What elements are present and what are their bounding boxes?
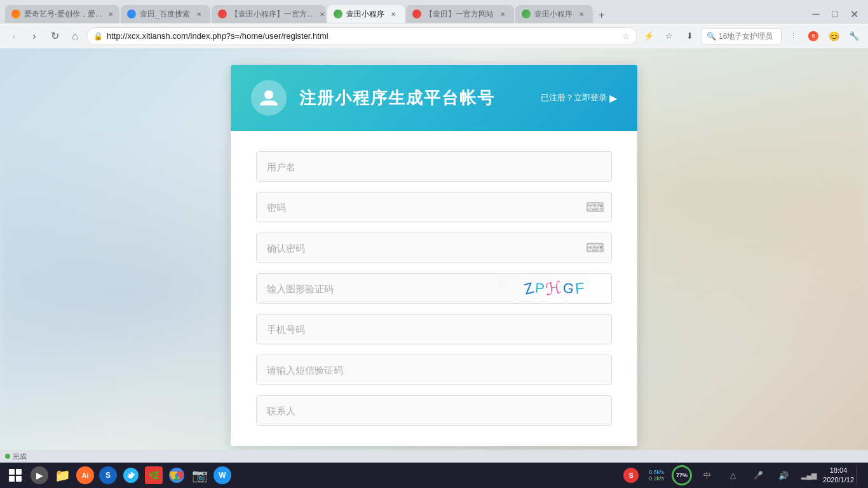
tab-4[interactable]: 壹田小程序 ✕	[327, 5, 405, 23]
tab-6-close[interactable]: ✕	[576, 9, 587, 19]
clock-date: 2020/1/12	[823, 475, 854, 485]
contact-input[interactable]	[256, 395, 612, 426]
tab-4-close[interactable]: ✕	[388, 9, 398, 19]
url-text: http://xcx.xitiansh.com/index.php?s=/hom…	[107, 31, 618, 41]
tab-6[interactable]: 壹田小程序 ✕	[515, 5, 593, 23]
network-widget[interactable]: 0.6k/s 0.3k/s	[645, 464, 668, 487]
tab-5[interactable]: 【壹田】一官方网站 ✕	[406, 5, 514, 23]
form-title: 注册小程序生成平台帐号	[299, 87, 495, 109]
tab-6-favicon	[522, 10, 531, 18]
header-left: 注册小程序生成平台帐号	[251, 80, 495, 116]
status-text: 完成	[13, 452, 27, 461]
keyboard-icon-confirm[interactable]: ⌨	[586, 240, 604, 255]
captcha-text: Z P ℋ G F	[519, 279, 590, 299]
captcha-row: Z P ℋ G F	[256, 273, 612, 304]
search-input[interactable]	[719, 32, 776, 41]
show-desktop-button[interactable]	[857, 465, 860, 485]
windows-logo	[9, 469, 22, 482]
taskbar-app-bird[interactable]	[119, 464, 142, 487]
taskbar-app-sougou[interactable]: S	[97, 464, 119, 487]
network-down: 0.3k/s	[649, 475, 664, 482]
status-dot	[5, 454, 10, 459]
tab-1[interactable]: 爱奇艺号-爱创作，爱... ✕	[5, 5, 119, 23]
tab-1-label: 爱奇艺号-爱创作，爱...	[24, 9, 102, 20]
confirm-password-input[interactable]	[256, 233, 612, 263]
password-field: ⌨	[256, 192, 612, 222]
tray-1: △	[730, 471, 736, 480]
taskbar-sougou-s[interactable]: S	[620, 464, 642, 487]
phone-input[interactable]	[256, 314, 612, 344]
home-button[interactable]: ⌂	[66, 27, 84, 45]
login-link-text: 已注册？立即登录	[541, 92, 607, 104]
search-icon: 🔍	[707, 32, 716, 41]
forward-button[interactable]: ›	[25, 27, 43, 45]
ai-icon: Ai	[76, 466, 94, 484]
ime-lang: 中	[703, 470, 711, 481]
taskbar-right: S 0.6k/s 0.3k/s 77% 中 △ 🎤	[620, 464, 865, 487]
taskbar-app-illustrator[interactable]: Ai	[74, 464, 97, 487]
tab-4-favicon	[334, 10, 342, 18]
captcha-char-1: Z	[522, 279, 536, 299]
captcha-image[interactable]: Z P ℋ G F	[498, 273, 612, 304]
extensions-button[interactable]: ⚡	[640, 27, 658, 45]
tab-5-close[interactable]: ✕	[498, 9, 508, 19]
password-input[interactable]	[256, 192, 612, 222]
tab-5-label: 【壹田】一官方网站	[425, 9, 494, 20]
captcha-input[interactable]	[256, 273, 498, 304]
sms-field	[256, 355, 612, 385]
clock-time: 18:04	[823, 466, 854, 475]
menu-button[interactable]: ⋮	[784, 27, 802, 45]
download-button[interactable]: ⬇	[681, 27, 698, 45]
new-tab-button[interactable]: +	[594, 8, 609, 23]
battery-percent: 77%	[676, 472, 688, 478]
battery-widget[interactable]: 77%	[670, 464, 693, 487]
keyboard-icon-password[interactable]: ⌨	[586, 200, 604, 215]
sougou-s-icon: S	[623, 468, 639, 483]
tab-2-label: 壹田_百度搜索	[140, 9, 190, 20]
tray-speaker[interactable]: 🔊	[772, 464, 795, 487]
taskbar-app-media[interactable]: ▶	[28, 464, 51, 487]
taskbar-app-redleaf[interactable]: 🌿	[142, 464, 165, 487]
battery-display: 77%	[672, 465, 692, 485]
bookmark-icon[interactable]: ☆	[622, 31, 630, 41]
refresh-button[interactable]: ↻	[46, 27, 64, 45]
tab-3[interactable]: 【壹田小程序】一官方... ✕	[212, 5, 326, 23]
back-button[interactable]: ‹	[5, 27, 23, 45]
tray-mic[interactable]: 🎤	[747, 464, 770, 487]
minimize-button[interactable]: ─	[807, 5, 825, 23]
username-input[interactable]	[256, 151, 612, 182]
wps-icon: W	[214, 466, 231, 484]
speaker-icon: 🔊	[778, 471, 789, 480]
login-link[interactable]: 已注册？立即登录 ▶	[541, 92, 617, 104]
taskbar-app-files[interactable]: 📁	[51, 464, 74, 487]
tray-wifi[interactable]: ▂▄▆	[797, 464, 820, 487]
address-bar[interactable]: 🔒 http://xcx.xitiansh.com/index.php?s=/h…	[86, 27, 637, 45]
register-form: 注册小程序生成平台帐号 已注册？立即登录 ▶ ⌨ ⌨	[231, 65, 637, 446]
favorites-button[interactable]: ☆	[660, 27, 678, 45]
arrow-icon: ▶	[609, 92, 617, 104]
tab-3-close[interactable]: ✕	[317, 9, 326, 19]
maximize-button[interactable]: □	[826, 5, 844, 23]
photo-icon: 📷	[191, 466, 208, 484]
emoji-button[interactable]: 😊	[825, 27, 843, 45]
captcha-char-2: P	[534, 280, 545, 297]
taskbar: ▶ 📁 Ai S 🌿	[0, 463, 868, 488]
browser-chrome: 爱奇艺号-爱创作，爱... ✕ 壹田_百度搜索 ✕ 【壹田小程序】一官方... …	[0, 0, 868, 48]
wps-label: W	[219, 471, 226, 480]
sms-input[interactable]	[256, 355, 612, 385]
tab-bar: 爱奇艺号-爱创作，爱... ✕ 壹田_百度搜索 ✕ 【壹田小程序】一官方... …	[0, 0, 868, 23]
taskbar-app-photo[interactable]: 📷	[188, 464, 211, 487]
taskbar-app-chrome[interactable]	[165, 464, 188, 487]
tab-2-close[interactable]: ✕	[194, 9, 204, 19]
taskbar-app-wps[interactable]: W	[211, 464, 234, 487]
tools-button[interactable]: 🔧	[845, 27, 863, 45]
close-button[interactable]: ✕	[845, 5, 863, 23]
tab-2-favicon	[127, 10, 136, 18]
clock[interactable]: 18:04 2020/1/12	[823, 466, 854, 485]
start-button[interactable]	[3, 463, 28, 488]
captcha-char-4: G	[562, 280, 576, 297]
ime-button[interactable]: 中	[696, 464, 719, 487]
tab-1-close[interactable]: ✕	[105, 9, 116, 19]
tray-icon-1[interactable]: △	[721, 464, 744, 487]
tab-2[interactable]: 壹田_百度搜索 ✕	[121, 5, 210, 23]
